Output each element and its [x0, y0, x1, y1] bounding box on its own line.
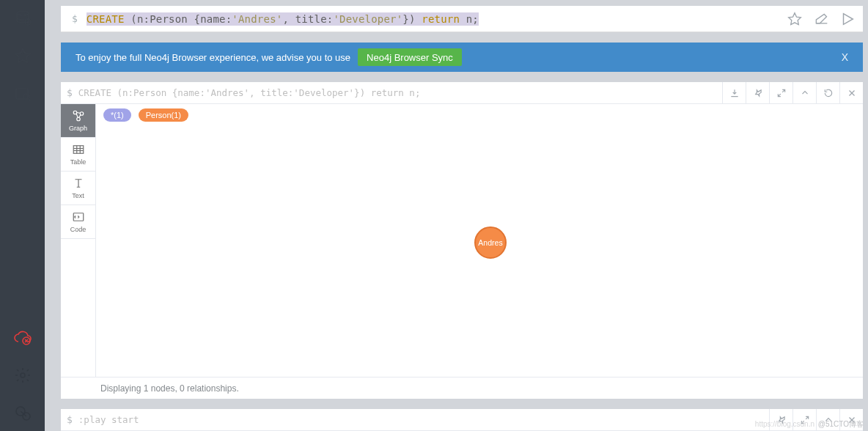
play-command: :play start	[78, 414, 769, 425]
tab-table[interactable]: Table	[61, 138, 95, 172]
graph-node[interactable]: Andres	[474, 226, 507, 259]
tab-graph-label: Graph	[69, 125, 87, 132]
svg-point-9	[21, 373, 25, 377]
editor-input[interactable]: CREATE (n:Person {name:'Andres', title:'…	[87, 13, 779, 25]
svg-line-20	[76, 114, 78, 117]
svg-line-22	[76, 113, 80, 114]
cloud-error-icon[interactable]	[12, 327, 33, 347]
expand-icon[interactable]	[769, 82, 792, 103]
favorite-icon[interactable]	[787, 11, 803, 27]
svg-marker-12	[789, 12, 801, 24]
play-actions	[769, 409, 863, 430]
banner-close-icon[interactable]: X	[842, 51, 848, 63]
tab-text-label: Text	[72, 192, 84, 199]
result-footer: Displaying 1 nodes, 0 relationships.	[61, 377, 863, 399]
tab-text[interactable]: Text	[61, 172, 95, 205]
sync-button[interactable]: Neo4j Browser Sync	[358, 48, 462, 66]
svg-marker-14	[844, 13, 853, 24]
svg-marker-2	[15, 48, 30, 62]
graph-canvas[interactable]: Andres	[96, 122, 863, 377]
eraser-icon[interactable]	[813, 11, 829, 27]
tab-graph[interactable]: Graph	[61, 104, 95, 138]
tab-code[interactable]: Code	[61, 205, 95, 239]
play-prompt: $	[67, 414, 73, 425]
editor-actions	[787, 11, 856, 27]
play-frame: $ :play start	[61, 409, 863, 431]
result-frame: $ CREATE (n:Person {name:'Andres', title…	[61, 82, 863, 399]
collapse-up-icon[interactable]	[816, 409, 839, 430]
tab-code-label: Code	[70, 226, 87, 233]
svg-line-21	[78, 115, 80, 118]
result-actions	[722, 82, 863, 103]
result-query: CREATE (n:Person {name:'Andres', title:'…	[78, 87, 722, 98]
play-header: $ :play start	[61, 409, 863, 431]
sidebar-top	[0, 7, 45, 104]
close-icon[interactable]	[839, 82, 863, 103]
editor-bar: $ CREATE (n:Person {name:'Andres', title…	[61, 6, 863, 32]
tag-person[interactable]: Person(1)	[139, 108, 188, 122]
download-icon[interactable]	[722, 82, 746, 103]
canvas-wrap: *(1) Person(1) Andres	[96, 104, 863, 377]
star-icon[interactable]	[12, 45, 33, 66]
svg-point-19	[76, 117, 80, 121]
play-icon[interactable]	[839, 11, 856, 27]
svg-line-5	[29, 99, 31, 101]
sidebar-bottom	[0, 327, 45, 424]
database-icon[interactable]	[12, 7, 33, 28]
tab-table-label: Table	[70, 158, 87, 166]
collapse-up-icon[interactable]	[792, 82, 816, 103]
left-sidebar	[0, 0, 45, 431]
folder-search-icon[interactable]	[12, 84, 33, 104]
settings-icon[interactable]	[12, 365, 33, 386]
result-header: $ CREATE (n:Person {name:'Andres', title…	[61, 82, 863, 104]
pin-icon[interactable]	[769, 409, 792, 430]
about-icon[interactable]	[12, 403, 33, 424]
tag-all[interactable]: *(1)	[103, 108, 131, 122]
svg-point-0	[17, 11, 29, 15]
banner-text: To enjoy the full Neo4j Browser experien…	[76, 52, 350, 63]
editor-prompt: $	[72, 13, 78, 24]
view-tabs: Graph Table Text Code	[61, 104, 96, 377]
result-prompt: $	[67, 87, 73, 98]
info-banner: To enjoy the full Neo4j Browser experien…	[61, 43, 863, 72]
svg-rect-23	[73, 146, 84, 154]
result-body: Graph Table Text Code *(1) Pers	[61, 104, 863, 377]
rerun-icon[interactable]	[816, 82, 839, 103]
expand-icon[interactable]	[792, 409, 816, 430]
close-icon[interactable]	[839, 409, 863, 430]
pin-icon[interactable]	[746, 82, 769, 103]
main-area: $ CREATE (n:Person {name:'Andres', title…	[45, 0, 868, 431]
canvas-tags: *(1) Person(1)	[96, 104, 863, 122]
